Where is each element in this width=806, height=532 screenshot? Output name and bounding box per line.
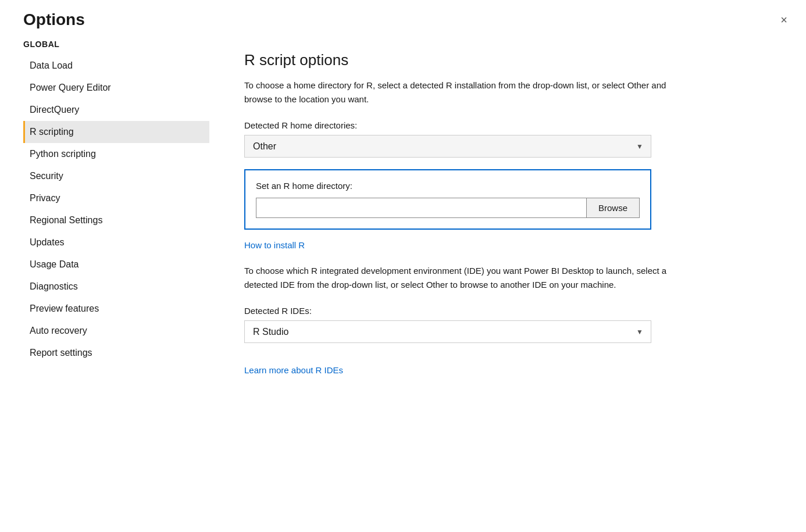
- sidebar-item-directquery[interactable]: DirectQuery: [23, 99, 209, 121]
- sidebar-item-python-scripting[interactable]: Python scripting: [23, 143, 209, 165]
- close-button[interactable]: ×: [776, 12, 792, 28]
- dialog-body: GLOBAL Data Load Power Query Editor Dire…: [0, 34, 806, 532]
- detected-r-label: Detected R home directories:: [244, 120, 771, 130]
- sidebar-item-auto-recovery[interactable]: Auto recovery: [23, 320, 209, 342]
- page-title: R script options: [244, 51, 771, 69]
- sidebar-item-power-query-editor[interactable]: Power Query Editor: [23, 77, 209, 99]
- sidebar-item-r-scripting[interactable]: R scripting: [23, 121, 209, 143]
- sidebar-item-regional-settings[interactable]: Regional Settings: [23, 209, 209, 231]
- sidebar-item-diagnostics[interactable]: Diagnostics: [23, 276, 209, 298]
- sidebar: GLOBAL Data Load Power Query Editor Dire…: [0, 40, 209, 532]
- sidebar-item-usage-data[interactable]: Usage Data: [23, 253, 209, 276]
- sidebar-section-global: GLOBAL: [23, 40, 209, 49]
- sidebar-item-updates[interactable]: Updates: [23, 231, 209, 253]
- browse-button[interactable]: Browse: [586, 198, 640, 218]
- main-content: R script options To choose a home direct…: [209, 40, 806, 532]
- sidebar-item-privacy[interactable]: Privacy: [23, 187, 209, 209]
- dialog-title: Options: [23, 10, 85, 29]
- ide-description: To choose which R integrated development…: [244, 264, 680, 292]
- detected-ide-dropdown[interactable]: R Studio: [244, 320, 651, 343]
- install-r-link[interactable]: How to install R: [244, 240, 305, 250]
- sidebar-item-preview-features[interactable]: Preview features: [23, 298, 209, 320]
- set-r-label: Set an R home directory:: [256, 181, 640, 191]
- detected-ide-label: Detected R IDEs:: [244, 306, 771, 316]
- sidebar-item-security[interactable]: Security: [23, 165, 209, 187]
- sidebar-item-report-settings[interactable]: Report settings: [23, 342, 209, 364]
- sidebar-item-data-load[interactable]: Data Load: [23, 55, 209, 77]
- detected-r-dropdown-wrapper: Other ▼: [244, 135, 651, 158]
- detected-ide-dropdown-wrapper: R Studio ▼: [244, 320, 651, 343]
- r-home-dir-panel: Set an R home directory: Browse: [244, 169, 651, 230]
- r-dir-input-row: Browse: [256, 198, 640, 218]
- title-bar: Options ×: [0, 0, 806, 34]
- detected-r-dropdown[interactable]: Other: [244, 135, 651, 158]
- options-dialog: Options × GLOBAL Data Load Power Query E…: [0, 0, 806, 532]
- learn-more-link[interactable]: Learn more about R IDEs: [244, 365, 343, 375]
- r-dir-input[interactable]: [256, 198, 586, 218]
- page-description: To choose a home directory for R, select…: [244, 78, 680, 106]
